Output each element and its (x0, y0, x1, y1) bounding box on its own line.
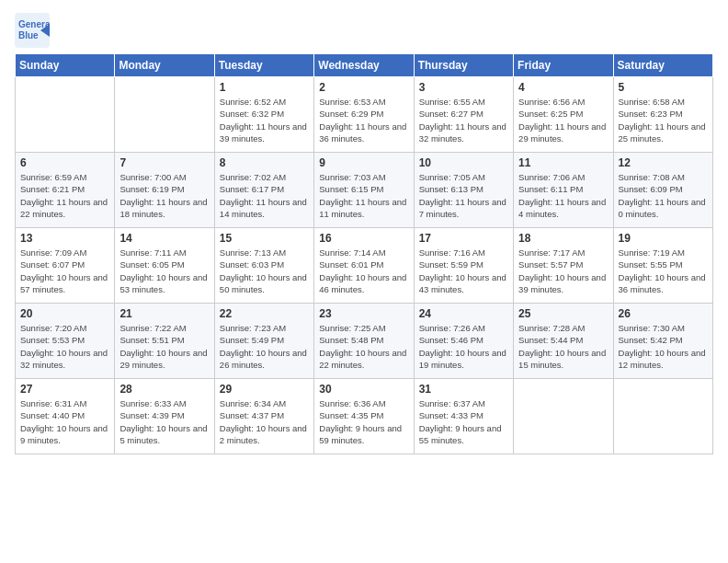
week-row-1: 6Sunrise: 6:59 AM Sunset: 6:21 PM Daylig… (16, 153, 713, 228)
day-number: 5 (619, 81, 708, 94)
day-info: Sunrise: 7:25 AM Sunset: 5:48 PM Dayligh… (319, 322, 408, 371)
day-number: 9 (319, 156, 408, 169)
calendar-cell: 26Sunrise: 7:30 AM Sunset: 5:42 PM Dayli… (613, 304, 712, 379)
calendar-cell: 11Sunrise: 7:06 AM Sunset: 6:11 PM Dayli… (514, 153, 613, 228)
day-info: Sunrise: 7:14 AM Sunset: 6:01 PM Dayligh… (319, 247, 408, 295)
calendar-cell: 23Sunrise: 7:25 AM Sunset: 5:48 PM Dayli… (314, 304, 414, 379)
header-day-monday: Monday (115, 54, 214, 77)
calendar-cell: 2Sunrise: 6:53 AM Sunset: 6:29 PM Daylig… (314, 77, 414, 153)
calendar-cell: 20Sunrise: 7:20 AM Sunset: 5:53 PM Dayli… (16, 304, 115, 379)
calendar-cell: 24Sunrise: 7:26 AM Sunset: 5:46 PM Dayli… (414, 304, 513, 379)
day-number: 6 (20, 156, 109, 169)
day-number: 28 (119, 383, 209, 396)
day-number: 8 (220, 156, 309, 169)
calendar-cell: 30Sunrise: 6:36 AM Sunset: 4:35 PM Dayli… (314, 379, 414, 454)
day-info: Sunrise: 6:52 AM Sunset: 6:32 PM Dayligh… (220, 96, 309, 144)
calendar-cell (613, 379, 712, 454)
day-number: 7 (119, 156, 209, 169)
day-info: Sunrise: 7:08 AM Sunset: 6:09 PM Dayligh… (619, 171, 708, 220)
day-number: 1 (220, 81, 309, 94)
day-info: Sunrise: 7:11 AM Sunset: 6:05 PM Dayligh… (119, 247, 209, 295)
day-number: 10 (419, 156, 508, 169)
day-info: Sunrise: 7:23 AM Sunset: 5:49 PM Dayligh… (220, 322, 309, 371)
calendar-cell: 28Sunrise: 6:33 AM Sunset: 4:39 PM Dayli… (115, 379, 214, 454)
day-info: Sunrise: 7:17 AM Sunset: 5:57 PM Dayligh… (518, 247, 608, 295)
calendar-cell: 12Sunrise: 7:08 AM Sunset: 6:09 PM Dayli… (613, 153, 712, 228)
day-number: 3 (419, 81, 508, 94)
day-number: 31 (419, 383, 508, 396)
day-number: 18 (518, 232, 608, 245)
day-number: 15 (220, 232, 309, 245)
day-number: 4 (518, 81, 608, 94)
header-day-sunday: Sunday (16, 54, 115, 77)
calendar-cell: 5Sunrise: 6:58 AM Sunset: 6:23 PM Daylig… (613, 77, 712, 153)
day-info: Sunrise: 7:22 AM Sunset: 5:51 PM Dayligh… (119, 322, 209, 371)
day-info: Sunrise: 7:02 AM Sunset: 6:17 PM Dayligh… (220, 171, 309, 220)
header-day-wednesday: Wednesday (314, 54, 414, 77)
week-row-0: 1Sunrise: 6:52 AM Sunset: 6:32 PM Daylig… (16, 77, 713, 153)
calendar-cell: 6Sunrise: 6:59 AM Sunset: 6:21 PM Daylig… (16, 153, 115, 228)
day-number: 2 (319, 81, 408, 94)
day-number: 13 (20, 232, 109, 245)
day-number: 12 (619, 156, 708, 169)
logo: General Blue (15, 13, 51, 48)
header-day-thursday: Thursday (414, 54, 513, 77)
calendar-cell: 31Sunrise: 6:37 AM Sunset: 4:33 PM Dayli… (414, 379, 513, 454)
day-number: 19 (619, 232, 708, 245)
calendar-cell: 25Sunrise: 7:28 AM Sunset: 5:44 PM Dayli… (514, 304, 613, 379)
calendar-cell (514, 379, 613, 454)
day-info: Sunrise: 6:59 AM Sunset: 6:21 PM Dayligh… (20, 171, 109, 220)
day-info: Sunrise: 7:06 AM Sunset: 6:11 PM Dayligh… (518, 171, 608, 220)
day-number: 20 (20, 307, 109, 320)
day-info: Sunrise: 7:00 AM Sunset: 6:19 PM Dayligh… (119, 171, 209, 220)
day-info: Sunrise: 7:26 AM Sunset: 5:46 PM Dayligh… (419, 322, 508, 371)
week-row-2: 13Sunrise: 7:09 AM Sunset: 6:07 PM Dayli… (16, 228, 713, 304)
calendar-cell (16, 77, 115, 153)
calendar-cell: 9Sunrise: 7:03 AM Sunset: 6:15 PM Daylig… (314, 153, 414, 228)
day-info: Sunrise: 6:34 AM Sunset: 4:37 PM Dayligh… (220, 397, 309, 446)
day-info: Sunrise: 7:30 AM Sunset: 5:42 PM Dayligh… (619, 322, 708, 371)
day-number: 14 (119, 232, 209, 245)
svg-text:Blue: Blue (18, 30, 39, 40)
day-info: Sunrise: 6:36 AM Sunset: 4:35 PM Dayligh… (319, 397, 408, 446)
calendar-page: General Blue SundayMondayTuesdayWednesda… (0, 0, 728, 469)
calendar-cell: 7Sunrise: 7:00 AM Sunset: 6:19 PM Daylig… (115, 153, 214, 228)
header-day-saturday: Saturday (613, 54, 712, 77)
day-info: Sunrise: 6:53 AM Sunset: 6:29 PM Dayligh… (319, 96, 408, 144)
calendar-cell: 1Sunrise: 6:52 AM Sunset: 6:32 PM Daylig… (214, 77, 313, 153)
day-info: Sunrise: 6:31 AM Sunset: 4:40 PM Dayligh… (20, 397, 109, 446)
day-info: Sunrise: 6:33 AM Sunset: 4:39 PM Dayligh… (119, 397, 209, 446)
calendar-cell: 17Sunrise: 7:16 AM Sunset: 5:59 PM Dayli… (414, 228, 513, 304)
day-info: Sunrise: 6:58 AM Sunset: 6:23 PM Dayligh… (619, 96, 708, 144)
day-number: 30 (319, 383, 408, 396)
day-info: Sunrise: 7:16 AM Sunset: 5:59 PM Dayligh… (419, 247, 508, 295)
header-day-friday: Friday (514, 54, 613, 77)
day-number: 29 (220, 383, 309, 396)
calendar-cell: 8Sunrise: 7:02 AM Sunset: 6:17 PM Daylig… (214, 153, 313, 228)
day-info: Sunrise: 7:03 AM Sunset: 6:15 PM Dayligh… (319, 171, 408, 220)
day-number: 25 (518, 307, 608, 320)
logo-svg: General Blue (15, 13, 50, 48)
calendar-cell: 4Sunrise: 6:56 AM Sunset: 6:25 PM Daylig… (514, 77, 613, 153)
day-number: 21 (119, 307, 209, 320)
calendar-header: SundayMondayTuesdayWednesdayThursdayFrid… (16, 54, 713, 77)
calendar-cell: 18Sunrise: 7:17 AM Sunset: 5:57 PM Dayli… (514, 228, 613, 304)
calendar-cell: 14Sunrise: 7:11 AM Sunset: 6:05 PM Dayli… (115, 228, 214, 304)
calendar-table: SundayMondayTuesdayWednesdayThursdayFrid… (15, 53, 713, 454)
day-info: Sunrise: 6:56 AM Sunset: 6:25 PM Dayligh… (518, 96, 608, 144)
day-number: 11 (518, 156, 608, 169)
calendar-cell: 21Sunrise: 7:22 AM Sunset: 5:51 PM Dayli… (115, 304, 214, 379)
day-info: Sunrise: 6:55 AM Sunset: 6:27 PM Dayligh… (419, 96, 508, 144)
calendar-cell: 13Sunrise: 7:09 AM Sunset: 6:07 PM Dayli… (16, 228, 115, 304)
day-number: 23 (319, 307, 408, 320)
week-row-3: 20Sunrise: 7:20 AM Sunset: 5:53 PM Dayli… (16, 304, 713, 379)
header-row: SundayMondayTuesdayWednesdayThursdayFrid… (16, 54, 713, 77)
calendar-cell: 19Sunrise: 7:19 AM Sunset: 5:55 PM Dayli… (613, 228, 712, 304)
day-number: 24 (419, 307, 508, 320)
header: General Blue (15, 9, 713, 48)
day-info: Sunrise: 7:05 AM Sunset: 6:13 PM Dayligh… (419, 171, 508, 220)
calendar-cell: 16Sunrise: 7:14 AM Sunset: 6:01 PM Dayli… (314, 228, 414, 304)
header-day-tuesday: Tuesday (214, 54, 313, 77)
day-info: Sunrise: 6:37 AM Sunset: 4:33 PM Dayligh… (419, 397, 508, 446)
day-number: 26 (619, 307, 708, 320)
